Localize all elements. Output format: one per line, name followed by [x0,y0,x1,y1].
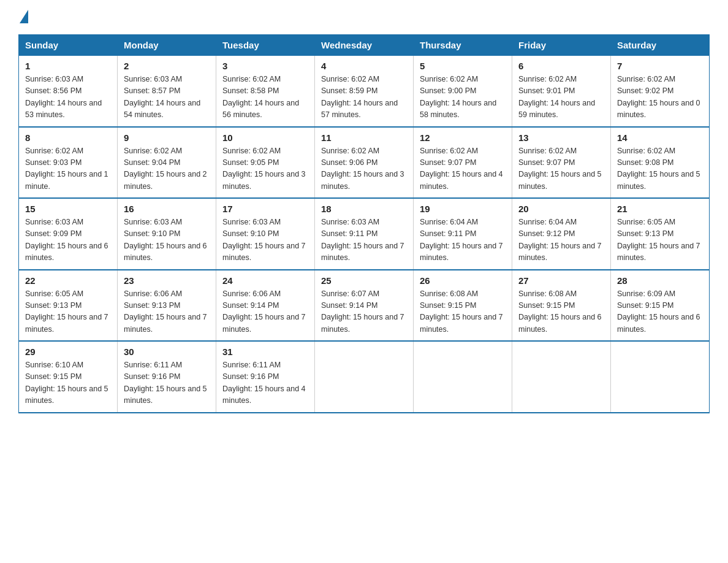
day-info: Sunrise: 6:06 AMSunset: 9:13 PMDaylight:… [124,288,210,336]
day-number: 18 [321,204,407,214]
day-cell [315,341,414,413]
day-info: Sunrise: 6:02 AMSunset: 9:05 PMDaylight:… [222,145,308,193]
day-number: 9 [124,132,210,143]
day-cell: 30 Sunrise: 6:11 AMSunset: 9:16 PMDaylig… [118,341,216,413]
day-info: Sunrise: 6:09 AMSunset: 9:15 PMDaylight:… [617,288,703,336]
day-info: Sunrise: 6:04 AMSunset: 9:12 PMDaylight:… [518,216,604,264]
day-cell: 26 Sunrise: 6:08 AMSunset: 9:15 PMDaylig… [414,270,512,342]
day-info: Sunrise: 6:03 AMSunset: 9:11 PMDaylight:… [321,216,407,264]
day-info: Sunrise: 6:08 AMSunset: 9:15 PMDaylight:… [420,288,506,336]
header-cell-monday: Monday [118,35,216,56]
day-cell: 19 Sunrise: 6:04 AMSunset: 9:11 PMDaylig… [414,198,512,270]
day-cell: 17 Sunrise: 6:03 AMSunset: 9:10 PMDaylig… [216,198,315,270]
day-number: 21 [617,204,703,214]
day-cell: 1 Sunrise: 6:03 AMSunset: 8:56 PMDayligh… [19,56,118,127]
day-number: 23 [124,275,210,286]
day-number: 10 [222,132,308,143]
day-info: Sunrise: 6:02 AMSunset: 9:07 PMDaylight:… [420,145,506,193]
day-info: Sunrise: 6:03 AMSunset: 9:09 PMDaylight:… [25,216,111,264]
day-number: 22 [25,275,111,286]
day-number: 19 [420,204,506,214]
day-cell: 5 Sunrise: 6:02 AMSunset: 9:00 PMDayligh… [414,56,512,127]
day-info: Sunrise: 6:03 AMSunset: 8:56 PMDaylight:… [25,74,111,121]
day-number: 7 [617,61,703,71]
calendar-table: SundayMondayTuesdayWednesdayThursdayFrid… [18,34,710,413]
day-info: Sunrise: 6:04 AMSunset: 9:11 PMDaylight:… [420,216,506,264]
day-cell: 16 Sunrise: 6:03 AMSunset: 9:10 PMDaylig… [118,198,216,270]
day-info: Sunrise: 6:03 AMSunset: 9:10 PMDaylight:… [124,216,210,264]
day-cell: 25 Sunrise: 6:07 AMSunset: 9:14 PMDaylig… [315,270,414,342]
week-row-4: 22 Sunrise: 6:05 AMSunset: 9:13 PMDaylig… [19,270,710,342]
day-info: Sunrise: 6:02 AMSunset: 8:59 PMDaylight:… [321,74,407,121]
day-cell: 11 Sunrise: 6:02 AMSunset: 9:06 PMDaylig… [315,127,414,199]
day-cell: 24 Sunrise: 6:06 AMSunset: 9:14 PMDaylig… [216,270,315,342]
day-info: Sunrise: 6:02 AMSunset: 9:07 PMDaylight:… [518,145,604,193]
header-cell-thursday: Thursday [414,35,512,56]
day-info: Sunrise: 6:07 AMSunset: 9:14 PMDaylight:… [321,288,407,336]
day-cell: 13 Sunrise: 6:02 AMSunset: 9:07 PMDaylig… [512,127,611,199]
day-cell: 31 Sunrise: 6:11 AMSunset: 9:16 PMDaylig… [216,341,315,413]
day-info: Sunrise: 6:02 AMSunset: 9:02 PMDaylight:… [617,74,703,121]
page-header [18,12,710,23]
day-number: 31 [222,347,308,357]
header-row: SundayMondayTuesdayWednesdayThursdayFrid… [19,35,710,56]
day-number: 27 [518,275,604,286]
logo [18,12,28,23]
logo-triangle-icon [20,10,28,23]
day-cell: 28 Sunrise: 6:09 AMSunset: 9:15 PMDaylig… [611,270,710,342]
day-info: Sunrise: 6:11 AMSunset: 9:16 PMDaylight:… [124,359,210,407]
header-cell-friday: Friday [512,35,611,56]
day-info: Sunrise: 6:10 AMSunset: 9:15 PMDaylight:… [25,359,111,407]
day-cell: 18 Sunrise: 6:03 AMSunset: 9:11 PMDaylig… [315,198,414,270]
day-cell: 2 Sunrise: 6:03 AMSunset: 8:57 PMDayligh… [118,56,216,127]
week-row-1: 1 Sunrise: 6:03 AMSunset: 8:56 PMDayligh… [19,56,710,127]
day-cell: 6 Sunrise: 6:02 AMSunset: 9:01 PMDayligh… [512,56,611,127]
day-cell: 12 Sunrise: 6:02 AMSunset: 9:07 PMDaylig… [414,127,512,199]
day-info: Sunrise: 6:11 AMSunset: 9:16 PMDaylight:… [222,359,308,407]
day-info: Sunrise: 6:02 AMSunset: 9:06 PMDaylight:… [321,145,407,193]
header-cell-saturday: Saturday [611,35,710,56]
day-info: Sunrise: 6:03 AMSunset: 8:57 PMDaylight:… [124,74,210,121]
day-info: Sunrise: 6:05 AMSunset: 9:13 PMDaylight:… [25,288,111,336]
day-number: 3 [222,61,308,71]
day-cell: 15 Sunrise: 6:03 AMSunset: 9:09 PMDaylig… [19,198,118,270]
day-info: Sunrise: 6:03 AMSunset: 9:10 PMDaylight:… [222,216,308,264]
day-cell: 9 Sunrise: 6:02 AMSunset: 9:04 PMDayligh… [118,127,216,199]
day-number: 11 [321,132,407,143]
day-number: 28 [617,275,703,286]
day-number: 30 [124,347,210,357]
day-info: Sunrise: 6:06 AMSunset: 9:14 PMDaylight:… [222,288,308,336]
day-number: 29 [25,347,111,357]
day-cell: 27 Sunrise: 6:08 AMSunset: 9:15 PMDaylig… [512,270,611,342]
day-number: 14 [617,132,703,143]
day-info: Sunrise: 6:02 AMSunset: 9:01 PMDaylight:… [518,74,604,121]
day-number: 8 [25,132,111,143]
day-cell: 10 Sunrise: 6:02 AMSunset: 9:05 PMDaylig… [216,127,315,199]
day-info: Sunrise: 6:02 AMSunset: 8:58 PMDaylight:… [222,74,308,121]
day-number: 17 [222,204,308,214]
day-cell: 22 Sunrise: 6:05 AMSunset: 9:13 PMDaylig… [19,270,118,342]
day-number: 20 [518,204,604,214]
header-cell-wednesday: Wednesday [315,35,414,56]
day-number: 6 [518,61,604,71]
day-info: Sunrise: 6:02 AMSunset: 9:04 PMDaylight:… [124,145,210,193]
week-row-5: 29 Sunrise: 6:10 AMSunset: 9:15 PMDaylig… [19,341,710,413]
day-cell: 3 Sunrise: 6:02 AMSunset: 8:58 PMDayligh… [216,56,315,127]
day-cell [512,341,611,413]
day-number: 1 [25,61,111,71]
week-row-3: 15 Sunrise: 6:03 AMSunset: 9:09 PMDaylig… [19,198,710,270]
header-cell-sunday: Sunday [19,35,118,56]
day-number: 26 [420,275,506,286]
day-number: 15 [25,204,111,214]
day-cell: 21 Sunrise: 6:05 AMSunset: 9:13 PMDaylig… [611,198,710,270]
day-number: 12 [420,132,506,143]
week-row-2: 8 Sunrise: 6:02 AMSunset: 9:03 PMDayligh… [19,127,710,199]
day-cell [414,341,512,413]
day-cell: 20 Sunrise: 6:04 AMSunset: 9:12 PMDaylig… [512,198,611,270]
day-cell: 29 Sunrise: 6:10 AMSunset: 9:15 PMDaylig… [19,341,118,413]
day-info: Sunrise: 6:02 AMSunset: 9:03 PMDaylight:… [25,145,111,193]
day-number: 2 [124,61,210,71]
day-number: 5 [420,61,506,71]
day-number: 16 [124,204,210,214]
day-cell: 23 Sunrise: 6:06 AMSunset: 9:13 PMDaylig… [118,270,216,342]
